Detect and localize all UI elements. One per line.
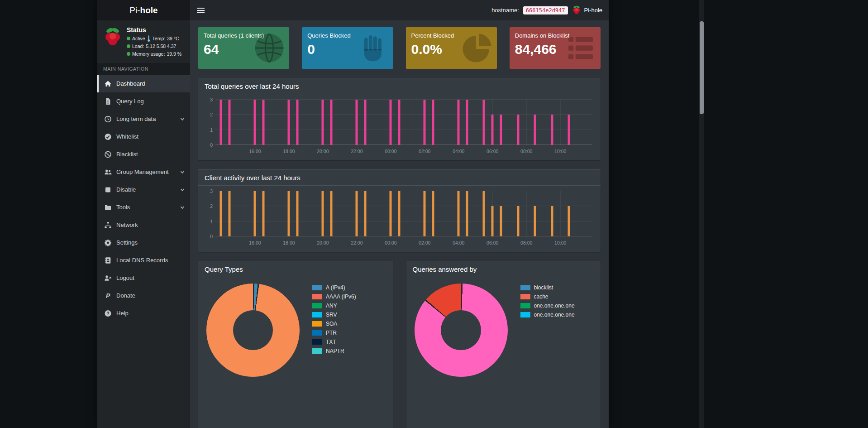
address-book-icon [104, 257, 112, 264]
bar[interactable] [551, 206, 553, 236]
sidebar-item-settings[interactable]: Settings [97, 234, 190, 251]
sidebar-item-dashboard[interactable]: Dashboard [97, 75, 190, 92]
sidebar-item-label: Whitelist [116, 133, 138, 140]
legend-item[interactable]: one.one.one.one [520, 303, 575, 309]
bar[interactable] [262, 191, 264, 236]
sidebar-item-logout[interactable]: Logout [97, 269, 190, 287]
bar[interactable] [466, 191, 468, 236]
bar[interactable] [228, 191, 230, 236]
legend-item[interactable]: AAAA (IPv6) [312, 293, 356, 300]
sidebar-item-tools[interactable]: Tools [97, 198, 190, 216]
sidebar-item-group-management[interactable]: Group Management [97, 163, 190, 181]
total-queries-bar-chart[interactable]: 321016:0018:0020:0022:0000:0002:0004:000… [205, 99, 594, 159]
bar[interactable] [424, 191, 426, 236]
legend-label: SOA [326, 321, 337, 327]
bar[interactable] [551, 115, 553, 145]
bar[interactable] [322, 191, 324, 236]
client-activity-bar-chart[interactable]: 321016:0018:0020:0022:0000:0002:0004:000… [205, 190, 594, 250]
status-dot-icon [127, 44, 130, 48]
browser-scrollbar[interactable] [699, 0, 704, 428]
bar[interactable] [432, 100, 434, 145]
app-logo[interactable]: Pi-hole [97, 0, 190, 20]
bar[interactable] [458, 100, 460, 145]
gridline-horizontal [215, 99, 592, 100]
legend-swatch [312, 339, 322, 345]
bar[interactable] [398, 191, 400, 236]
bar[interactable] [534, 115, 536, 145]
bar[interactable] [491, 206, 494, 236]
sidebar-item-label: Local DNS Records [116, 257, 168, 264]
bar[interactable] [228, 100, 230, 145]
navbar-right: hostname: 666154e2d947 Pi-hole [491, 5, 609, 16]
sidebar-item-whitelist[interactable]: Whitelist [97, 128, 190, 145]
legend-item[interactable]: SOA [312, 321, 356, 327]
sidebar-item-long-term-data[interactable]: Long term data [97, 110, 190, 128]
bar[interactable] [262, 100, 264, 145]
panel-title: Total queries over last 24 hours [198, 78, 601, 94]
bar[interactable] [296, 191, 298, 236]
bar[interactable] [364, 100, 366, 145]
bar[interactable] [398, 100, 400, 145]
bar[interactable] [254, 100, 256, 145]
bar[interactable] [466, 100, 468, 145]
sidebar-item-local-dns-records[interactable]: Local DNS Records [97, 251, 190, 269]
legend-item[interactable]: SRV [312, 312, 356, 318]
bar[interactable] [458, 191, 460, 236]
bar[interactable] [517, 115, 519, 145]
sidebar-item-donate[interactable]: PDonate [97, 287, 190, 304]
legend-item[interactable]: ANY [312, 303, 356, 309]
bar[interactable] [220, 100, 222, 145]
bar[interactable] [254, 191, 256, 236]
sidebar-item-query-log[interactable]: Query Log [97, 92, 190, 110]
bar[interactable] [424, 100, 426, 145]
bar[interactable] [390, 100, 392, 145]
doughnut-chart[interactable] [415, 284, 508, 377]
bar[interactable] [356, 191, 358, 236]
bar[interactable] [288, 100, 290, 145]
bar[interactable] [517, 206, 519, 236]
bar[interactable] [356, 100, 358, 145]
sidebar-item-blacklist[interactable]: Blacklist [97, 145, 190, 163]
legend-item[interactable]: cache [520, 293, 575, 300]
legend-item[interactable]: NAPTR [312, 348, 356, 354]
bar[interactable] [483, 100, 485, 145]
status-dot-icon [127, 37, 130, 40]
legend-item[interactable]: one.one.one.one [520, 312, 575, 318]
stat-card-total-queries-1-clients: Total queries (1 clients)64 [198, 27, 289, 69]
sidebar-item-network[interactable]: Network [97, 216, 190, 234]
bar[interactable] [322, 100, 324, 145]
y-axis-label: 2 [204, 112, 213, 117]
status-dot-icon [127, 52, 130, 56]
y-axis-label: 3 [204, 188, 213, 194]
panel-title: Query Types [198, 261, 393, 277]
hamburger-menu-icon[interactable] [190, 0, 211, 20]
bar[interactable] [390, 191, 392, 236]
navbar-brand[interactable]: Pi-hole [572, 5, 602, 16]
sidebar-item-disable[interactable]: Disable [97, 181, 190, 198]
bar[interactable] [500, 115, 502, 145]
bar[interactable] [568, 206, 570, 236]
legend-item[interactable]: PTR [312, 330, 356, 336]
sidebar-item-label: Network [116, 221, 138, 228]
bar[interactable] [534, 206, 536, 236]
scrollbar-thumb[interactable] [700, 21, 704, 114]
bar[interactable] [330, 191, 332, 236]
sidebar-item-help[interactable]: ?Help [97, 304, 190, 322]
bar[interactable] [220, 191, 222, 236]
bar[interactable] [288, 191, 290, 236]
bar[interactable] [330, 100, 332, 145]
folder-icon [104, 204, 112, 211]
bar[interactable] [568, 115, 570, 145]
doughnut-chart[interactable] [206, 284, 300, 377]
status-panel: Status Active Temp: 39 °C Load: 5.12 5.5… [97, 20, 190, 63]
legend-item[interactable]: A (IPv4) [312, 284, 356, 291]
bar[interactable] [491, 115, 494, 145]
bar[interactable] [432, 191, 434, 236]
legend-item[interactable]: TXT [312, 339, 356, 345]
legend-item[interactable]: blocklist [520, 284, 575, 291]
y-axis-label: 1 [204, 219, 213, 224]
bar[interactable] [296, 100, 298, 145]
bar[interactable] [364, 191, 366, 236]
bar[interactable] [500, 206, 502, 236]
bar[interactable] [483, 191, 485, 236]
